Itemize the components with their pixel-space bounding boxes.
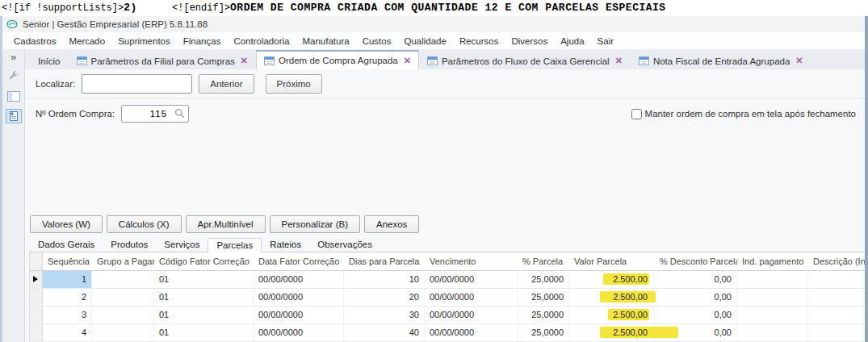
cell[interactable]: 00/00/0000 bbox=[425, 271, 518, 288]
cell[interactable]: 0,00 bbox=[655, 271, 737, 288]
cell[interactable]: 0,00 bbox=[655, 289, 737, 306]
cell[interactable]: 25,0000 bbox=[518, 307, 569, 323]
cell[interactable]: 01 bbox=[154, 307, 254, 323]
cell[interactable] bbox=[808, 271, 865, 288]
cell[interactable]: 00/00/0000 bbox=[254, 289, 344, 306]
cell[interactable]: 25,0000 bbox=[518, 289, 569, 306]
cell[interactable]: 01 bbox=[154, 324, 254, 341]
column-header[interactable]: % Parcela bbox=[518, 252, 569, 270]
cell[interactable] bbox=[737, 271, 808, 288]
menu-item-mercado[interactable]: Mercado bbox=[62, 34, 111, 48]
localizar-input[interactable] bbox=[82, 74, 192, 94]
cell[interactable]: 2 bbox=[43, 289, 92, 306]
menu-item-sair[interactable]: Sair bbox=[591, 34, 620, 48]
cell[interactable] bbox=[808, 324, 865, 341]
column-header[interactable]: Grupo a Pagar bbox=[92, 252, 154, 270]
column-header[interactable]: Data Fator Correção bbox=[254, 252, 344, 270]
anterior-button[interactable]: Anterior bbox=[199, 74, 254, 94]
tab-parâmetros-da-filial-para-compras[interactable]: Parâmetros da Filial para Compras✕ bbox=[69, 52, 257, 69]
action-button-apr-multin-vel[interactable]: Apr.Multinível bbox=[186, 215, 266, 233]
cell[interactable]: 00/00/0000 bbox=[425, 307, 518, 323]
cell[interactable]: 20 bbox=[344, 289, 425, 306]
action-button-valores-w-[interactable]: Valores (W) bbox=[30, 215, 103, 233]
column-header[interactable]: Vencimento bbox=[425, 252, 518, 270]
column-header[interactable]: Descrição (Ind. bbox=[808, 252, 865, 270]
column-header[interactable]: Valor Parcela bbox=[569, 252, 655, 270]
menu-item-cadastros[interactable]: Cadastros bbox=[7, 34, 62, 48]
table-row[interactable]: 30100/00/00003000/00/000025,00002.500,00… bbox=[30, 307, 865, 324]
cell[interactable]: 01 bbox=[154, 289, 254, 306]
cell[interactable] bbox=[92, 289, 154, 306]
table-row[interactable]: 40100/00/00004000/00/000025,00002.500,00… bbox=[30, 324, 865, 342]
cell[interactable]: 2.500,00 bbox=[569, 324, 655, 341]
cell[interactable]: 2.500,00 bbox=[569, 307, 655, 323]
search-icon[interactable] bbox=[174, 108, 185, 119]
menu-item-manufatura[interactable]: Manufatura bbox=[296, 34, 355, 48]
detail-tab-rateios[interactable]: Rateios bbox=[262, 238, 309, 252]
cell[interactable]: 00/00/0000 bbox=[254, 324, 344, 341]
detail-tab-observações[interactable]: Observações bbox=[309, 238, 380, 252]
proximo-button[interactable]: Próximo bbox=[266, 74, 322, 94]
wrench-icon[interactable] bbox=[6, 69, 22, 83]
menu-item-ajuda[interactable]: Ajuda bbox=[554, 34, 590, 48]
cell[interactable]: 40 bbox=[344, 324, 425, 341]
cell[interactable]: 01 bbox=[154, 271, 254, 288]
close-icon[interactable]: ✕ bbox=[404, 56, 411, 66]
cell[interactable]: 30 bbox=[344, 307, 425, 323]
cell[interactable]: 10 bbox=[344, 271, 425, 288]
cell[interactable] bbox=[92, 307, 154, 323]
row-selector[interactable] bbox=[30, 289, 43, 306]
cell[interactable] bbox=[808, 307, 865, 323]
cell[interactable]: 25,0000 bbox=[518, 324, 569, 341]
cell[interactable] bbox=[737, 289, 808, 306]
cell[interactable] bbox=[808, 289, 865, 306]
cell[interactable]: 00/00/0000 bbox=[425, 324, 518, 341]
column-header[interactable]: % Desconto Parcela bbox=[655, 252, 737, 270]
close-icon[interactable]: ✕ bbox=[615, 56, 623, 66]
action-button-c-lculos-x-[interactable]: Cálculos (X) bbox=[107, 215, 182, 233]
action-button-personalizar-b-[interactable]: Personalizar (B) bbox=[270, 215, 360, 233]
tab-parâmetros-do-fluxo-de-caixa-gerencial[interactable]: Parâmetros do Fluxo de Caixa Gerencial✕ bbox=[419, 52, 631, 69]
cell[interactable]: 1 bbox=[43, 271, 92, 288]
action-button-anexos[interactable]: Anexos bbox=[364, 215, 419, 233]
menu-item-recursos[interactable]: Recursos bbox=[453, 34, 505, 48]
close-icon[interactable]: ✕ bbox=[795, 56, 803, 66]
tab-início[interactable]: Início bbox=[30, 52, 69, 69]
column-header[interactable]: Ind. pagamento bbox=[737, 252, 808, 270]
menu-item-finanças[interactable]: Finanças bbox=[177, 34, 228, 48]
table-row[interactable]: 20100/00/00002000/00/000025,00002.500,00… bbox=[30, 289, 865, 307]
tab-ordem-de-compra-agrupada[interactable]: Ordem de Compra Agrupada✕ bbox=[256, 50, 419, 69]
cell[interactable]: 4 bbox=[43, 324, 92, 341]
column-header[interactable]: Dias para Parcela bbox=[344, 252, 425, 270]
menu-item-diversos[interactable]: Diversos bbox=[505, 34, 554, 48]
menu-item-controladoria[interactable]: Controladoria bbox=[227, 34, 296, 48]
cell[interactable]: 00/00/0000 bbox=[425, 289, 518, 306]
row-selector[interactable] bbox=[30, 271, 43, 288]
column-header[interactable]: Código Fator Correção bbox=[154, 252, 254, 270]
cell[interactable]: 25,0000 bbox=[518, 271, 569, 288]
cell[interactable]: 3 bbox=[43, 307, 92, 323]
column-header[interactable]: Sequência bbox=[43, 252, 92, 270]
keep-open-checkbox[interactable] bbox=[631, 109, 642, 119]
cell[interactable] bbox=[92, 324, 154, 341]
active-screen-icon[interactable] bbox=[6, 109, 22, 123]
cell[interactable] bbox=[92, 271, 154, 288]
tab-nota-fiscal-de-entrada-agrupada[interactable]: Nota Fiscal de Entrada Agrupada✕ bbox=[631, 52, 811, 69]
cell[interactable] bbox=[737, 324, 808, 341]
detail-tab-serviços[interactable]: Serviços bbox=[156, 238, 208, 252]
menu-item-custos[interactable]: Custos bbox=[356, 34, 398, 48]
detail-tab-dados-gerais[interactable]: Dados Gerais bbox=[30, 238, 103, 252]
cell[interactable] bbox=[737, 307, 808, 323]
row-selector[interactable] bbox=[30, 324, 43, 341]
cell[interactable]: 00/00/0000 bbox=[254, 271, 344, 288]
cell[interactable]: 2.500,00 bbox=[569, 271, 655, 288]
menu-item-qualidade[interactable]: Qualidade bbox=[397, 34, 452, 48]
cell[interactable]: 0,00 bbox=[655, 307, 737, 323]
menu-item-suprimentos[interactable]: Suprimentos bbox=[111, 34, 177, 48]
expand-chevrons-icon[interactable]: » bbox=[10, 52, 16, 63]
cell[interactable]: 2.500,00 bbox=[569, 289, 655, 306]
table-row[interactable]: 10100/00/00001000/00/000025,00002.500,00… bbox=[30, 271, 865, 289]
detail-tab-produtos[interactable]: Produtos bbox=[103, 238, 156, 252]
row-selector[interactable] bbox=[30, 307, 43, 323]
window-panel-icon[interactable] bbox=[6, 89, 22, 103]
